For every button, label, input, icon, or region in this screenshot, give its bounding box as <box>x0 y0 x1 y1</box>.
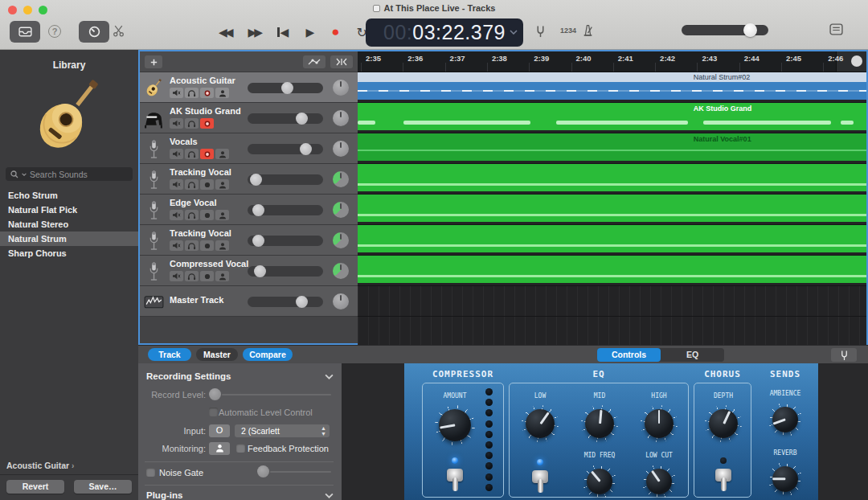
track-record-button[interactable] <box>200 210 214 220</box>
zoom-knob[interactable] <box>851 55 862 67</box>
search-sounds-field[interactable]: Search Sounds <box>6 167 133 181</box>
track-pan-knob[interactable] <box>333 80 349 96</box>
track-volume-slider[interactable] <box>248 113 323 124</box>
play-button[interactable]: ▶ <box>305 26 314 39</box>
tab-controls[interactable]: Controls <box>597 348 661 362</box>
library-item-sharp-chorus[interactable]: Sharp Chorus <box>0 246 138 260</box>
chorus-switch[interactable] <box>714 469 733 493</box>
save-button[interactable]: Save… <box>74 480 132 494</box>
chorus-depth-knob[interactable] <box>705 405 742 442</box>
region-audio-green[interactable] <box>358 164 866 191</box>
tuner-button[interactable] <box>535 25 546 38</box>
track-solo-button[interactable] <box>185 179 199 190</box>
region-audio-green[interactable] <box>358 256 866 283</box>
collapse-chevron-icon[interactable] <box>325 493 334 498</box>
volume-knob[interactable] <box>254 265 266 277</box>
track-pan-knob[interactable] <box>333 141 349 157</box>
track-volume-slider[interactable] <box>248 297 323 307</box>
track-mute-button[interactable] <box>170 210 183 220</box>
lane-3[interactable]: Natural Vocal#01 <box>358 133 866 164</box>
region-audio-blue[interactable]: Natural Strum#02 <box>358 72 866 100</box>
eq-lowcut-knob[interactable] <box>642 465 676 498</box>
track-input-button[interactable] <box>215 179 229 190</box>
metronome-button[interactable] <box>582 24 594 37</box>
automation-button[interactable] <box>303 55 326 68</box>
record-level-slider-knob[interactable] <box>209 388 221 400</box>
lane-7[interactable] <box>358 256 866 286</box>
add-track-button[interactable] <box>145 55 162 68</box>
track-mute-button[interactable] <box>170 118 183 129</box>
amount-knob[interactable] <box>435 405 475 445</box>
eq-high-knob[interactable] <box>641 405 678 442</box>
lane-6[interactable] <box>358 225 866 256</box>
compare-button[interactable]: Compare <box>243 348 293 361</box>
track-solo-button[interactable] <box>185 118 199 129</box>
region-audio-green[interactable]: Natural Vocal#01 <box>358 133 866 161</box>
track-solo-button[interactable] <box>185 149 199 159</box>
volume-slider-knob[interactable] <box>743 23 757 37</box>
record-level-slider-track[interactable] <box>222 394 331 395</box>
track-solo-button[interactable] <box>185 210 199 220</box>
track-volume-slider[interactable] <box>248 205 323 215</box>
track-input-button[interactable] <box>215 240 229 251</box>
volume-knob[interactable] <box>252 204 264 216</box>
track-solo-button[interactable] <box>185 240 199 251</box>
lcd-mode-button[interactable] <box>829 23 843 35</box>
track-pan-knob[interactable] <box>333 202 349 218</box>
track-pan-knob[interactable] <box>333 263 349 279</box>
track-header-3[interactable]: Vocals <box>140 133 358 164</box>
region-audio-green[interactable] <box>358 195 866 222</box>
track-input-button[interactable] <box>215 88 229 98</box>
time-ruler[interactable]: 2:352:362:372:382:392:402:412:422:432:44… <box>358 51 866 72</box>
track-volume-slider[interactable] <box>248 83 323 93</box>
tab-master[interactable]: Master <box>196 348 238 361</box>
fast-forward-button[interactable]: ▶▶ <box>248 27 261 38</box>
track-solo-button[interactable] <box>185 271 199 281</box>
feedback-protection-checkbox[interactable] <box>236 444 245 453</box>
library-item-natural-flat-pick[interactable]: Natural Flat Pick <box>0 203 138 217</box>
eq-mid-knob[interactable] <box>581 405 618 442</box>
volume-knob[interactable] <box>296 296 308 308</box>
eq-switch[interactable] <box>530 470 550 494</box>
track-pan-knob[interactable] <box>333 293 349 309</box>
sends-reverb-knob[interactable] <box>768 462 802 496</box>
quick-help-button[interactable]: ? <box>48 25 61 38</box>
track-volume-slider[interactable] <box>248 144 323 154</box>
track-volume-slider[interactable] <box>248 266 323 277</box>
tab-eq[interactable]: EQ <box>661 348 724 362</box>
tab-track[interactable]: Track <box>148 348 191 361</box>
track-record-button[interactable] <box>200 240 214 251</box>
volume-knob[interactable] <box>296 113 308 125</box>
revert-button[interactable]: Revert <box>6 480 64 494</box>
track-input-button[interactable] <box>215 271 229 281</box>
noise-gate-slider-track[interactable] <box>270 471 331 473</box>
compressor-switch[interactable] <box>445 469 465 493</box>
track-mute-button[interactable] <box>170 240 183 251</box>
noise-gate-slider-knob[interactable] <box>257 465 269 477</box>
volume-knob[interactable] <box>300 143 312 155</box>
track-volume-slider[interactable] <box>248 236 323 246</box>
track-record-button[interactable] <box>200 179 214 190</box>
lane-8[interactable] <box>358 286 866 317</box>
record-button[interactable]: ● <box>331 24 339 40</box>
track-header-7[interactable]: Compressed Vocal <box>140 256 358 286</box>
go-to-beginning-button[interactable]: ◀ <box>277 26 289 39</box>
track-record-button[interactable] <box>200 149 214 159</box>
input-monitoring-button[interactable] <box>209 442 230 455</box>
track-header-8[interactable]: Master Track <box>140 286 358 317</box>
lcd-display[interactable]: 00: 03:22.379 <box>366 18 523 47</box>
region-audio-green[interactable] <box>358 225 866 252</box>
lane-2[interactable]: AK Studio Grand <box>358 103 866 133</box>
editors-button[interactable] <box>113 25 125 37</box>
eq-midfreq-knob[interactable] <box>583 465 616 498</box>
track-record-button[interactable] <box>200 88 214 98</box>
library-item-natural-stereo[interactable]: Natural Stereo <box>0 217 138 232</box>
track-pan-knob[interactable] <box>333 110 349 126</box>
track-pan-knob[interactable] <box>333 171 349 187</box>
track-record-button[interactable] <box>200 271 214 281</box>
track-mute-button[interactable] <box>170 88 183 98</box>
library-item-natural-strum[interactable]: Natural Strum <box>0 232 138 246</box>
tuning-fork-button[interactable] <box>831 348 857 362</box>
catch-playhead-button[interactable] <box>330 55 353 68</box>
input-source-select[interactable]: 2 (Scarlett ▲▼ <box>235 424 330 437</box>
